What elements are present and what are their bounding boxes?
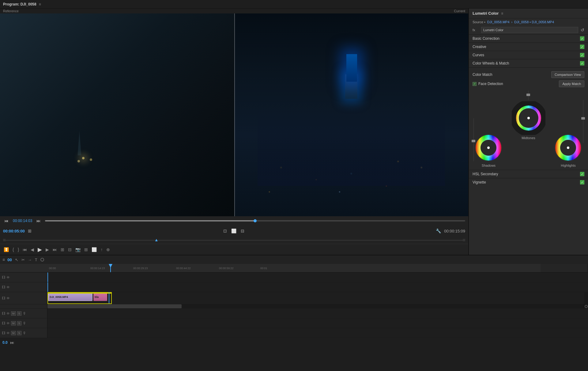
solo-a3[interactable]: S: [17, 331, 21, 335]
wheels-area: Midtones: [473, 91, 584, 167]
solo-a1[interactable]: S: [17, 311, 21, 316]
insert-btn[interactable]: ⊞: [60, 247, 65, 253]
eye-icon-a2[interactable]: 👁: [6, 321, 10, 325]
scrub-end[interactable]: [463, 239, 465, 241]
vignette-checkbox[interactable]: ✓: [580, 180, 584, 184]
midtones-slider-handle[interactable]: [526, 94, 530, 96]
shadows-label: Shadows: [482, 164, 496, 167]
export-btn[interactable]: 📷: [75, 247, 81, 253]
track-timeline-v2[interactable]: [47, 282, 584, 292]
step-fwd-btn[interactable]: ▶: [45, 247, 50, 253]
creative-checkbox[interactable]: ✓: [580, 45, 584, 49]
lift-btn[interactable]: ↑: [100, 247, 103, 253]
frames-icon-btn[interactable]: ⊞: [27, 228, 33, 234]
track-timeline-a3[interactable]: [47, 328, 584, 338]
mute-a2[interactable]: M: [11, 321, 16, 325]
highlights-wheel-svg[interactable]: [554, 133, 583, 162]
program-menu-icon[interactable]: ≡: [39, 2, 41, 6]
comparison-view-btn[interactable]: Comparison View: [551, 71, 584, 78]
razor-tool-btn[interactable]: ✂: [21, 257, 25, 263]
apply-match-btn[interactable]: Apply Match: [559, 80, 584, 87]
eye-icon-v3[interactable]: 👁: [6, 276, 10, 279]
multitrack-btn[interactable]: ⊞: [84, 247, 89, 253]
compare-btn[interactable]: ⬜: [230, 228, 238, 234]
eye-icon-a1[interactable]: 👁: [6, 312, 10, 315]
highlights-v-slider[interactable]: [583, 100, 584, 143]
curves-section[interactable]: Curves ✓: [469, 51, 588, 59]
scrub-track[interactable]: [6, 240, 463, 241]
midtones-wheel-svg[interactable]: [512, 101, 545, 135]
lumetri-menu-icon[interactable]: ≡: [501, 11, 503, 16]
go-out-btn[interactable]: ⏭: [52, 247, 58, 253]
highlights-slider-handle[interactable]: [581, 117, 585, 120]
track-timeline-v3[interactable]: [47, 273, 584, 282]
track-timeline-a1[interactable]: [47, 309, 584, 318]
mark-out-btn[interactable]: }: [17, 247, 20, 253]
text-tool-btn[interactable]: T: [34, 257, 38, 263]
track-timeline-a2[interactable]: [47, 318, 584, 328]
track-timeline-v1[interactable]: DJI_0058.MP4 bla: [47, 292, 584, 304]
fullscreen-btn[interactable]: ⊡: [222, 228, 228, 234]
to-end-btn[interactable]: ⏭: [10, 340, 14, 345]
mute-a3[interactable]: M: [11, 331, 16, 335]
next-frame-btn[interactable]: ⏭: [35, 218, 42, 224]
play-btn[interactable]: ▶: [37, 246, 43, 254]
shuttle-btn[interactable]: ⏬: [3, 247, 9, 253]
basic-correction-checkbox[interactable]: ✓: [580, 36, 584, 41]
midtones-top-slider[interactable]: [528, 91, 529, 100]
color-wheels-section-header[interactable]: Color Wheels & Match ✓: [469, 59, 588, 67]
settings-btn[interactable]: 🔧: [435, 228, 442, 234]
progress-bar[interactable]: [45, 220, 465, 221]
go-in-btn[interactable]: ⏮: [22, 247, 28, 253]
reset-icon[interactable]: ↺: [581, 28, 584, 32]
source-path[interactable]: DJI_0058 • DJI_0058.MP4: [514, 20, 554, 24]
clip-bla[interactable]: bla: [93, 293, 107, 301]
track-controls-a3: 🎞 👁 M S 🎙: [0, 328, 47, 338]
clip-label: DJI_0058.MP4: [50, 295, 68, 299]
scrub-handle[interactable]: [155, 239, 158, 241]
solo-a2[interactable]: S: [17, 321, 21, 325]
mark-in-btn[interactable]: {: [12, 247, 15, 253]
step-back-btn[interactable]: ◀: [30, 247, 35, 253]
face-detection-checkbox[interactable]: ✓: [473, 82, 477, 86]
eye-icon-v1[interactable]: 👁: [6, 296, 10, 300]
curves-checkbox[interactable]: ✓: [580, 53, 584, 57]
color-wheels-checkbox[interactable]: ✓: [580, 61, 584, 65]
scroll-left-spacer: [0, 304, 47, 308]
timeline-content: 00:00 00:00:14:23 00:00:29:23 00:00:44:2…: [0, 264, 588, 371]
bottom-timecode: 0.0: [2, 340, 8, 345]
progress-handle[interactable]: [254, 219, 257, 222]
highlights-container: Highlights: [554, 133, 583, 167]
track-select-btn[interactable]: →: [27, 257, 32, 263]
vignette-label: Vignette: [473, 180, 486, 184]
mute-a1[interactable]: M: [11, 311, 16, 316]
basic-correction-section[interactable]: Basic Correction ✓: [469, 34, 588, 43]
vignette-section[interactable]: Vignette ✓: [469, 178, 588, 186]
scrub-bar[interactable]: [0, 236, 468, 244]
eye-icon-v2[interactable]: 👁: [6, 285, 10, 289]
selection-tool-btn[interactable]: ↖: [14, 257, 19, 263]
split-divider[interactable]: [234, 13, 235, 216]
ruler-mark-1: 00:00:14:23: [90, 267, 105, 270]
hsl-secondary-checkbox[interactable]: ✓: [580, 172, 584, 176]
timeline-menu-icon[interactable]: ≡: [2, 257, 5, 262]
controls-bottom: ⏬ { } ⏮ ◀ ▶ ▶ ⏭ ⊞ ⊟ 📷 ⊞ ⬜ ↑ ⊕: [0, 244, 468, 255]
safe-zones-btn[interactable]: ⊟: [239, 228, 246, 234]
scrub-start[interactable]: [3, 239, 6, 241]
timeline-round-btn[interactable]: [40, 258, 44, 262]
effect-select[interactable]: Lumetri Color: [481, 27, 578, 33]
creative-section[interactable]: Creative ✓: [469, 43, 588, 51]
eye-icon-a3[interactable]: 👁: [6, 331, 10, 335]
source-file[interactable]: DJI_0058.MP4: [487, 20, 510, 24]
overwrite-btn[interactable]: ⊟: [67, 247, 72, 253]
more-btn[interactable]: ⊕: [106, 247, 111, 253]
clip-dji-0058[interactable]: DJI_0058.MP4: [48, 293, 92, 301]
film-icon-v1: 🎞: [2, 296, 5, 300]
prev-frame-btn[interactable]: ⏮: [3, 218, 10, 224]
overlay-btn[interactable]: ⬜: [91, 247, 97, 253]
h-scroll-handle[interactable]: [47, 304, 182, 308]
hsl-secondary-section[interactable]: HSL Secondary ✓: [469, 170, 588, 178]
scroll-bar-row: [0, 304, 588, 309]
h-scroll-track[interactable]: [47, 304, 584, 308]
shadows-wheel-svg[interactable]: [474, 133, 503, 162]
